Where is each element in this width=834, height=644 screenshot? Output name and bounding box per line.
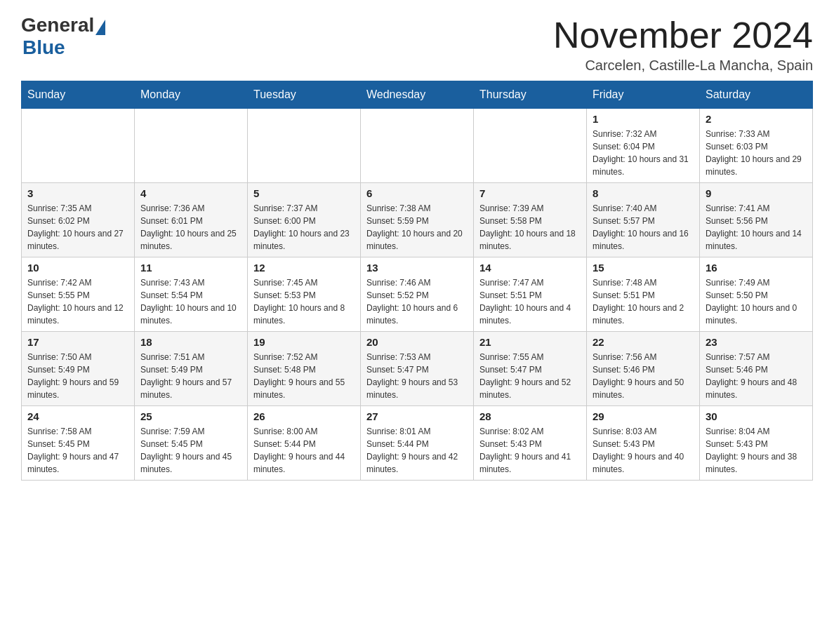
- calendar-cell: 19Sunrise: 7:52 AMSunset: 5:48 PMDayligh…: [248, 332, 361, 406]
- day-info: Sunrise: 7:56 AMSunset: 5:46 PMDaylight:…: [593, 351, 694, 401]
- day-info: Sunrise: 7:58 AMSunset: 5:45 PMDaylight:…: [27, 425, 128, 476]
- calendar-cell: 13Sunrise: 7:46 AMSunset: 5:52 PMDayligh…: [361, 257, 474, 332]
- day-info: Sunrise: 7:45 AMSunset: 5:53 PMDaylight:…: [253, 276, 355, 327]
- calendar-cell: 10Sunrise: 7:42 AMSunset: 5:55 PMDayligh…: [22, 257, 135, 332]
- calendar-cell: 4Sunrise: 7:36 AMSunset: 6:01 PMDaylight…: [135, 183, 248, 257]
- day-info: Sunrise: 7:57 AMSunset: 5:46 PMDaylight:…: [706, 351, 807, 401]
- calendar-cell: 26Sunrise: 8:00 AMSunset: 5:44 PMDayligh…: [248, 406, 361, 481]
- day-number: 19: [253, 336, 355, 348]
- day-number: 18: [140, 336, 241, 348]
- day-info: Sunrise: 7:55 AMSunset: 5:47 PMDaylight:…: [479, 351, 581, 401]
- weekday-header-wednesday: Wednesday: [361, 81, 474, 109]
- calendar-cell: 2Sunrise: 7:33 AMSunset: 6:03 PMDaylight…: [700, 109, 813, 183]
- day-info: Sunrise: 7:48 AMSunset: 5:51 PMDaylight:…: [593, 276, 694, 327]
- calendar-week-row: 24Sunrise: 7:58 AMSunset: 5:45 PMDayligh…: [22, 406, 813, 481]
- day-number: 9: [706, 187, 807, 199]
- day-number: 30: [706, 410, 807, 422]
- calendar-cell: [248, 109, 361, 183]
- weekday-header-sunday: Sunday: [22, 81, 135, 109]
- calendar-cell: 29Sunrise: 8:03 AMSunset: 5:43 PMDayligh…: [587, 406, 700, 481]
- calendar-week-row: 1Sunrise: 7:32 AMSunset: 6:04 PMDaylight…: [22, 109, 813, 183]
- calendar-cell: [135, 109, 248, 183]
- calendar-week-row: 17Sunrise: 7:50 AMSunset: 5:49 PMDayligh…: [22, 332, 813, 406]
- calendar-cell: 8Sunrise: 7:40 AMSunset: 5:57 PMDaylight…: [587, 183, 700, 257]
- day-info: Sunrise: 7:50 AMSunset: 5:49 PMDaylight:…: [27, 351, 128, 401]
- calendar-cell: 12Sunrise: 7:45 AMSunset: 5:53 PMDayligh…: [248, 257, 361, 332]
- day-info: Sunrise: 7:53 AMSunset: 5:47 PMDaylight:…: [366, 351, 468, 401]
- weekday-header-monday: Monday: [135, 81, 248, 109]
- calendar-cell: 3Sunrise: 7:35 AMSunset: 6:02 PMDaylight…: [22, 183, 135, 257]
- calendar-cell: 25Sunrise: 7:59 AMSunset: 5:45 PMDayligh…: [135, 406, 248, 481]
- calendar-header-row: SundayMondayTuesdayWednesdayThursdayFrid…: [22, 81, 813, 109]
- logo-general-text: General: [21, 14, 94, 36]
- logo-blue-text: Blue: [22, 36, 65, 59]
- calendar-cell: 18Sunrise: 7:51 AMSunset: 5:49 PMDayligh…: [135, 332, 248, 406]
- day-number: 24: [27, 410, 128, 422]
- day-number: 6: [366, 187, 468, 199]
- day-info: Sunrise: 7:37 AMSunset: 6:00 PMDaylight:…: [253, 202, 355, 253]
- day-info: Sunrise: 7:40 AMSunset: 5:57 PMDaylight:…: [593, 202, 694, 253]
- calendar-cell: 14Sunrise: 7:47 AMSunset: 5:51 PMDayligh…: [474, 257, 587, 332]
- calendar-cell: 5Sunrise: 7:37 AMSunset: 6:00 PMDaylight…: [248, 183, 361, 257]
- day-number: 13: [366, 262, 468, 274]
- day-number: 20: [366, 336, 468, 348]
- day-info: Sunrise: 7:46 AMSunset: 5:52 PMDaylight:…: [366, 276, 468, 327]
- location-subtitle: Carcelen, Castille-La Mancha, Spain: [553, 58, 813, 74]
- day-info: Sunrise: 7:38 AMSunset: 5:59 PMDaylight:…: [366, 202, 468, 253]
- day-info: Sunrise: 7:59 AMSunset: 5:45 PMDaylight:…: [140, 425, 241, 476]
- day-number: 8: [593, 187, 694, 199]
- day-number: 27: [366, 410, 468, 422]
- day-number: 10: [27, 262, 128, 274]
- day-info: Sunrise: 8:03 AMSunset: 5:43 PMDaylight:…: [593, 425, 694, 476]
- day-number: 29: [593, 410, 694, 422]
- day-number: 21: [479, 336, 581, 348]
- day-info: Sunrise: 7:33 AMSunset: 6:03 PMDaylight:…: [706, 128, 807, 178]
- calendar-table: SundayMondayTuesdayWednesdayThursdayFrid…: [21, 81, 813, 481]
- day-number: 22: [593, 336, 694, 348]
- calendar-cell: 23Sunrise: 7:57 AMSunset: 5:46 PMDayligh…: [700, 332, 813, 406]
- day-info: Sunrise: 8:04 AMSunset: 5:43 PMDaylight:…: [706, 425, 807, 476]
- title-section: November 2024 Carcelen, Castille-La Manc…: [553, 14, 813, 74]
- weekday-header-friday: Friday: [587, 81, 700, 109]
- day-number: 12: [253, 262, 355, 274]
- calendar-cell: 7Sunrise: 7:39 AMSunset: 5:58 PMDaylight…: [474, 183, 587, 257]
- calendar-cell: 28Sunrise: 8:02 AMSunset: 5:43 PMDayligh…: [474, 406, 587, 481]
- day-number: 7: [479, 187, 581, 199]
- calendar-cell: 21Sunrise: 7:55 AMSunset: 5:47 PMDayligh…: [474, 332, 587, 406]
- day-number: 26: [253, 410, 355, 422]
- day-number: 14: [479, 262, 581, 274]
- calendar-cell: 22Sunrise: 7:56 AMSunset: 5:46 PMDayligh…: [587, 332, 700, 406]
- logo-triangle-icon: [95, 20, 105, 35]
- day-info: Sunrise: 7:43 AMSunset: 5:54 PMDaylight:…: [140, 276, 241, 327]
- day-number: 4: [140, 187, 241, 199]
- day-info: Sunrise: 7:51 AMSunset: 5:49 PMDaylight:…: [140, 351, 241, 401]
- calendar-cell: 17Sunrise: 7:50 AMSunset: 5:49 PMDayligh…: [22, 332, 135, 406]
- calendar-week-row: 10Sunrise: 7:42 AMSunset: 5:55 PMDayligh…: [22, 257, 813, 332]
- day-info: Sunrise: 7:41 AMSunset: 5:56 PMDaylight:…: [706, 202, 807, 253]
- calendar-cell: 20Sunrise: 7:53 AMSunset: 5:47 PMDayligh…: [361, 332, 474, 406]
- calendar-cell: 16Sunrise: 7:49 AMSunset: 5:50 PMDayligh…: [700, 257, 813, 332]
- day-number: 23: [706, 336, 807, 348]
- weekday-header-saturday: Saturday: [700, 81, 813, 109]
- calendar-cell: 30Sunrise: 8:04 AMSunset: 5:43 PMDayligh…: [700, 406, 813, 481]
- calendar-cell: [474, 109, 587, 183]
- calendar-cell: 9Sunrise: 7:41 AMSunset: 5:56 PMDaylight…: [700, 183, 813, 257]
- weekday-header-tuesday: Tuesday: [248, 81, 361, 109]
- day-number: 2: [706, 113, 807, 125]
- calendar-cell: 24Sunrise: 7:58 AMSunset: 5:45 PMDayligh…: [22, 406, 135, 481]
- day-info: Sunrise: 7:42 AMSunset: 5:55 PMDaylight:…: [27, 276, 128, 327]
- day-info: Sunrise: 7:39 AMSunset: 5:58 PMDaylight:…: [479, 202, 581, 253]
- calendar-cell: [361, 109, 474, 183]
- logo: General Blue: [21, 14, 105, 59]
- day-number: 28: [479, 410, 581, 422]
- day-number: 11: [140, 262, 241, 274]
- calendar-cell: 1Sunrise: 7:32 AMSunset: 6:04 PMDaylight…: [587, 109, 700, 183]
- day-number: 17: [27, 336, 128, 348]
- day-number: 1: [593, 113, 694, 125]
- day-info: Sunrise: 8:01 AMSunset: 5:44 PMDaylight:…: [366, 425, 468, 476]
- day-number: 15: [593, 262, 694, 274]
- day-info: Sunrise: 7:52 AMSunset: 5:48 PMDaylight:…: [253, 351, 355, 401]
- month-title: November 2024: [553, 14, 813, 56]
- day-number: 3: [27, 187, 128, 199]
- weekday-header-thursday: Thursday: [474, 81, 587, 109]
